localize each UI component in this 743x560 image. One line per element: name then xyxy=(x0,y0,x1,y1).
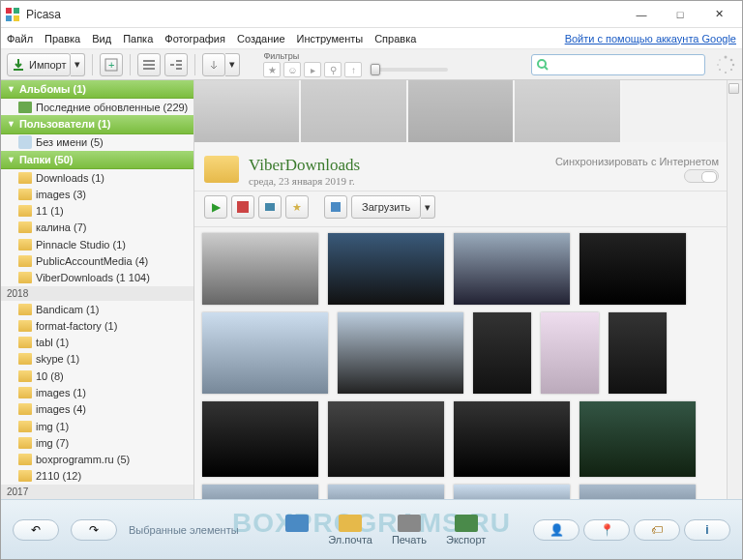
app-icon xyxy=(5,7,20,22)
sidebar-item-user-noname[interactable]: Без имени (5) xyxy=(1,134,193,151)
filter-star[interactable]: ★ xyxy=(263,62,281,77)
menu-edit[interactable]: Правка xyxy=(45,33,80,44)
thumbnail-grid[interactable] xyxy=(194,227,742,499)
sidebar-item-kalina[interactable]: калина (7) xyxy=(1,220,193,236)
share-button[interactable] xyxy=(324,195,347,219)
sidebar-item-images3[interactable]: images (3) xyxy=(1,186,193,202)
import-button[interactable]: Импорт xyxy=(7,53,71,76)
thumbnail[interactable] xyxy=(473,312,531,394)
loading-spinner xyxy=(715,54,736,75)
info-button[interactable]: i xyxy=(684,519,730,541)
sidebar-item-publicacct[interactable]: PublicAccountMedia (4) xyxy=(1,252,193,269)
sidebar-item-pinnacle[interactable]: Pinnacle Studio (1) xyxy=(1,236,193,252)
import-dropdown[interactable]: ▾ xyxy=(71,53,85,76)
sidebar-item-img1[interactable]: img (1) xyxy=(1,418,193,434)
view-list-button[interactable] xyxy=(137,53,161,76)
share-action[interactable] xyxy=(285,515,309,545)
svg-rect-1 xyxy=(14,8,19,14)
menu-create[interactable]: Создание xyxy=(237,33,285,44)
menu-file[interactable]: Файл xyxy=(7,33,33,44)
people-tag-button[interactable]: 👤 xyxy=(533,519,580,541)
section-users[interactable]: ▼Пользователи (1) xyxy=(1,115,193,133)
section-folders[interactable]: ▼Папки (50) xyxy=(1,151,193,169)
sidebar-item-images1[interactable]: images (1) xyxy=(1,384,193,400)
email-action[interactable]: Эл.почта xyxy=(328,515,372,545)
print-action[interactable]: Печать xyxy=(392,515,427,545)
svg-point-10 xyxy=(732,63,734,65)
sidebar-item-11[interactable]: 11 (1) xyxy=(1,203,193,220)
thumbnail[interactable] xyxy=(202,401,318,477)
upload-button[interactable]: Загрузить xyxy=(351,195,421,219)
selected-label: Выбранные элементы xyxy=(129,524,239,536)
sidebar-item-formatfactory[interactable]: format-factory (1) xyxy=(1,317,193,334)
thumbnail[interactable] xyxy=(580,485,696,499)
thumbnail[interactable] xyxy=(202,312,328,394)
filter-video[interactable]: ▸ xyxy=(304,62,321,77)
folder-title[interactable]: ViberDownloads xyxy=(249,156,360,175)
filters-area: Фильтры ★ ☺ ▸ ⚲ ↑ xyxy=(263,51,454,77)
upload-dropdown[interactable]: ▾ xyxy=(421,195,435,219)
thumbnail[interactable] xyxy=(541,312,599,394)
thumbnail[interactable] xyxy=(202,233,318,305)
menu-photo[interactable]: Фотография xyxy=(164,33,225,44)
folder-date: среда, 23 января 2019 г. xyxy=(249,175,360,187)
sidebar-item-boxprogramm[interactable]: boxprogramm.ru (5) xyxy=(1,451,193,467)
sync-toggle[interactable] xyxy=(684,169,719,183)
thumbnail[interactable] xyxy=(580,401,696,477)
thumbnail[interactable] xyxy=(454,401,570,477)
thumbnail[interactable] xyxy=(328,233,444,305)
rotate-left-button[interactable]: ↶ xyxy=(13,519,59,541)
sidebar-item-recent[interactable]: Последние обновленные (229) xyxy=(1,99,193,115)
login-link[interactable]: Войти с помощью аккаунта Google xyxy=(565,33,736,44)
close-button[interactable]: ✕ xyxy=(699,3,738,26)
search-input[interactable] xyxy=(531,54,705,75)
minimize-button[interactable]: ― xyxy=(622,3,661,26)
menu-folder[interactable]: Папка xyxy=(123,33,153,44)
sidebar-item-skype[interactable]: skype (1) xyxy=(1,351,193,368)
tag-button[interactable]: 🏷 xyxy=(634,519,680,541)
movie-button[interactable] xyxy=(258,195,282,219)
filter-geo[interactable]: ⚲ xyxy=(324,62,342,77)
sidebar-item-images4[interactable]: images (4) xyxy=(1,401,193,418)
thumbnail[interactable] xyxy=(609,312,667,394)
thumbnail[interactable] xyxy=(202,485,318,499)
play-slideshow-button[interactable]: ▶ xyxy=(204,195,227,219)
filter-upload[interactable]: ↑ xyxy=(344,62,362,77)
sidebar-item-viberdownloads[interactable]: ViberDownloads (1 104) xyxy=(1,270,193,286)
menu-tools[interactable]: Инструменты xyxy=(297,33,364,44)
svg-rect-17 xyxy=(265,203,275,211)
thumbnail[interactable] xyxy=(328,485,444,499)
prev-strip xyxy=(194,80,742,142)
menu-view[interactable]: Вид xyxy=(92,33,111,44)
geo-tag-button[interactable]: 📍 xyxy=(583,519,630,541)
sidebar-year-2018: 2018 xyxy=(1,286,193,301)
sidebar-item-10[interactable]: 10 (8) xyxy=(1,368,193,384)
thumbnail[interactable] xyxy=(454,233,570,305)
view-tree-button[interactable] xyxy=(164,53,188,76)
export-action[interactable]: Экспорт xyxy=(446,515,486,545)
maximize-button[interactable]: □ xyxy=(661,3,699,26)
sidebar-item-tabl[interactable]: tabl (1) xyxy=(1,335,193,351)
star-button[interactable]: ★ xyxy=(285,195,309,219)
sidebar-item-downloads[interactable]: Downloads (1) xyxy=(1,169,193,186)
svg-point-14 xyxy=(717,64,719,66)
rotate-right-button[interactable]: ↷ xyxy=(71,519,117,541)
thumbnail[interactable] xyxy=(338,312,463,394)
collage-button[interactable] xyxy=(231,195,254,219)
thumbnail[interactable] xyxy=(580,233,686,305)
sidebar-item-bandicam[interactable]: Bandicam (1) xyxy=(1,301,193,317)
sort-asc-button[interactable] xyxy=(202,53,225,76)
menu-help[interactable]: Справка xyxy=(374,33,416,44)
svg-rect-16 xyxy=(237,201,249,213)
thumbnail[interactable] xyxy=(454,485,570,499)
sidebar[interactable]: ▼Альбомы (1) Последние обновленные (229)… xyxy=(1,80,194,499)
svg-rect-18 xyxy=(331,202,341,212)
sort-dropdown[interactable]: ▾ xyxy=(225,53,240,76)
section-albums[interactable]: ▼Альбомы (1) xyxy=(1,80,193,99)
sidebar-item-img7[interactable]: img (7) xyxy=(1,434,193,451)
view-add-button[interactable]: + xyxy=(100,53,123,76)
thumbnail[interactable] xyxy=(328,401,444,477)
filter-face[interactable]: ☺ xyxy=(283,62,301,77)
sidebar-item-2110[interactable]: 2110 (12) xyxy=(1,468,193,485)
date-slider[interactable] xyxy=(371,68,448,72)
